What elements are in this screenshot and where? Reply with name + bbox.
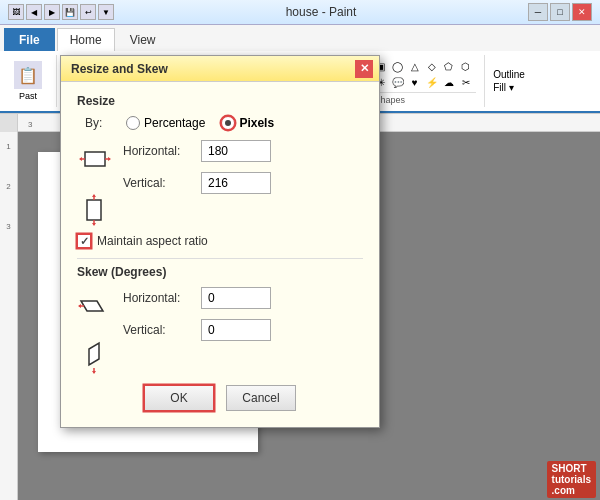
by-label: By:: [85, 116, 110, 130]
ribbon-section-paste: 📋 Past: [8, 55, 57, 107]
shape-ellipse[interactable]: ◯: [390, 59, 405, 74]
ribbon-tabs: File Home View: [0, 25, 600, 51]
shape-lightning[interactable]: ⚡: [424, 75, 439, 90]
outline-fill-group: Outline Fill ▾: [493, 69, 525, 93]
ruler-vertical: 1 2 3: [0, 132, 18, 500]
skew-section-title: Skew (Degrees): [77, 265, 363, 279]
resize-section-title: Resize: [77, 94, 363, 108]
svg-marker-10: [81, 301, 103, 311]
svg-marker-4: [108, 157, 111, 161]
svg-rect-0: [85, 152, 105, 166]
title-bar-icons: 🖼 ◀ ▶ 💾 ↩ ▼: [8, 4, 114, 20]
shape-diamond[interactable]: ◇: [424, 59, 439, 74]
vertical-field-label: Vertical:: [123, 176, 193, 190]
checkbox-check-mark: ✓: [80, 236, 89, 247]
vertical-input[interactable]: [201, 172, 271, 194]
tab-view[interactable]: View: [117, 28, 169, 51]
skew-horizontal-label: Horizontal:: [123, 291, 193, 305]
percentage-radio-circle: [126, 116, 140, 130]
svg-marker-7: [92, 194, 96, 197]
shape-callout[interactable]: 💬: [390, 75, 405, 90]
svg-rect-5: [87, 200, 101, 220]
cancel-button[interactable]: Cancel: [226, 385, 296, 411]
divider: [77, 258, 363, 259]
paste-icon: 📋: [14, 61, 42, 89]
svg-marker-13: [89, 343, 99, 365]
by-row: By: Percentage Pixels: [85, 116, 363, 130]
paste-button[interactable]: 📋 Past: [8, 56, 48, 106]
tab-file[interactable]: File: [4, 28, 55, 51]
percentage-radio[interactable]: Percentage: [126, 116, 205, 130]
title-bar: 🖼 ◀ ▶ 💾 ↩ ▼ house - Paint ─ □ ✕: [0, 0, 600, 25]
pixels-radio[interactable]: Pixels: [221, 116, 274, 130]
skew-icon-col: [77, 287, 113, 375]
window-title: house - Paint: [286, 5, 357, 19]
dialog-close-button[interactable]: ✕: [355, 60, 373, 78]
maintain-label: Maintain aspect ratio: [97, 234, 208, 248]
shape-hex[interactable]: ⬡: [458, 59, 473, 74]
pixels-radio-circle: [221, 116, 235, 130]
minimize-button[interactable]: ─: [528, 3, 548, 21]
shape-triangle[interactable]: △: [407, 59, 422, 74]
horizontal-input[interactable]: [201, 140, 271, 162]
ruler-v-3: 3: [6, 222, 10, 262]
maximize-button[interactable]: □: [550, 3, 570, 21]
shape-heart[interactable]: ♥: [407, 75, 422, 90]
window-controls: ─ □ ✕: [528, 3, 592, 21]
quick-access-back[interactable]: ◀: [26, 4, 42, 20]
maintain-row: ✓ Maintain aspect ratio: [77, 234, 363, 248]
ruler-corner: [0, 114, 18, 132]
shape-cloud[interactable]: ☁: [441, 75, 456, 90]
fields-col: Horizontal: Vertical:: [123, 140, 363, 228]
resize-vertical-icon: [77, 192, 113, 228]
window-icon-1[interactable]: 🖼: [8, 4, 24, 20]
pixels-label: Pixels: [239, 116, 274, 130]
tab-home[interactable]: Home: [57, 28, 115, 51]
skew-vertical-field-row: Vertical:: [123, 319, 363, 341]
svg-marker-9: [92, 223, 96, 226]
skew-fields-col: Horizontal: Vertical:: [123, 287, 363, 375]
percentage-label: Percentage: [144, 116, 205, 130]
quick-access-forward[interactable]: ▶: [44, 4, 60, 20]
quick-access-more[interactable]: ▼: [98, 4, 114, 20]
fill-button[interactable]: Fill ▾: [493, 82, 525, 93]
ok-button[interactable]: OK: [144, 385, 214, 411]
maintain-checkbox[interactable]: ✓: [77, 234, 91, 248]
resize-skew-dialog[interactable]: Resize and Skew ✕ Resize By: Percentage …: [60, 55, 380, 428]
dialog-buttons: OK Cancel: [77, 385, 363, 415]
outline-button[interactable]: Outline: [493, 69, 525, 80]
resize-icon-col: [77, 140, 113, 228]
resize-horizontal-icon: [77, 142, 113, 178]
svg-marker-15: [92, 371, 96, 374]
ruler-v-1: 1: [6, 142, 10, 182]
shape-custom[interactable]: ✂: [458, 75, 473, 90]
skew-vertical-icon: [77, 339, 113, 375]
resize-fields: Horizontal: Vertical:: [77, 140, 363, 228]
close-button[interactable]: ✕: [572, 3, 592, 21]
dialog-titlebar: Resize and Skew ✕: [61, 56, 379, 82]
dialog-title: Resize and Skew: [71, 62, 168, 76]
skew-fields: Horizontal: Vertical:: [77, 287, 363, 375]
dialog-body: Resize By: Percentage Pixels: [61, 82, 379, 427]
title-bar-left: 🖼 ◀ ▶ 💾 ↩ ▼: [8, 4, 114, 20]
skew-horizontal-input[interactable]: [201, 287, 271, 309]
quick-access-undo[interactable]: ↩: [80, 4, 96, 20]
skew-horizontal-field-row: Horizontal:: [123, 287, 363, 309]
horizontal-field-label: Horizontal:: [123, 144, 193, 158]
skew-horizontal-icon: [77, 289, 113, 325]
skew-vertical-label: Vertical:: [123, 323, 193, 337]
svg-marker-2: [79, 157, 82, 161]
horizontal-field-row: Horizontal:: [123, 140, 363, 162]
shape-penta[interactable]: ⬠: [441, 59, 456, 74]
pixels-radio-dot: [225, 120, 231, 126]
skew-vertical-input[interactable]: [201, 319, 271, 341]
ruler-v-2: 2: [6, 182, 10, 222]
quick-access-save[interactable]: 💾: [62, 4, 78, 20]
vertical-field-row: Vertical:: [123, 172, 363, 194]
ribbon-section-outline: Outline Fill ▾: [493, 55, 533, 107]
svg-marker-12: [78, 304, 81, 308]
